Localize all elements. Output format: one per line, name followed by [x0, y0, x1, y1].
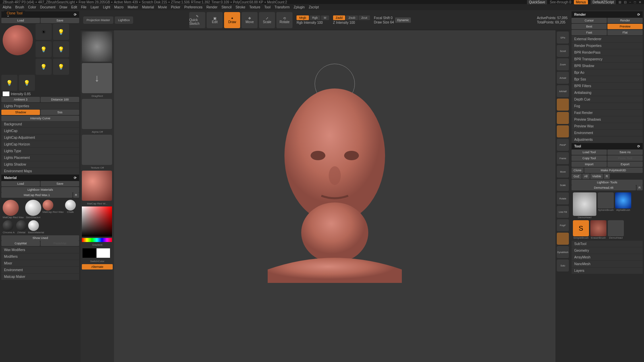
color-picker[interactable]: [82, 206, 112, 237]
flat-button[interactable]: Flat: [607, 30, 643, 35]
fog[interactable]: Fog: [572, 103, 643, 109]
material-load-button[interactable]: Load: [1, 181, 40, 186]
canvas[interactable]: [114, 30, 555, 362]
window-icon[interactable]: ⊟: [624, 0, 627, 4]
draw-button[interactable]: ✦Draw: [224, 12, 240, 28]
goz-button[interactable]: GoZ: [572, 174, 582, 179]
layout-button[interactable]: DefaultZScript: [591, 0, 616, 4]
swatch-black[interactable]: [83, 248, 96, 258]
copymat-button[interactable]: CopyMat: [1, 241, 40, 246]
render-panel-header[interactable]: Render⟳: [572, 11, 643, 18]
menu-macro[interactable]: Macro: [114, 5, 124, 9]
fast-button[interactable]: Fast: [572, 30, 607, 35]
bpr-shadow[interactable]: BPR Shadow: [572, 63, 643, 69]
env-maps-section[interactable]: Environment Maps: [1, 168, 79, 174]
adjustments[interactable]: Adjustments: [572, 136, 643, 143]
vp-move-button[interactable]: Move: [557, 166, 569, 178]
nanomesh-section[interactable]: NanoMesh: [572, 261, 643, 267]
matcap-maker[interactable]: Matcap Maker: [1, 274, 79, 280]
scale-button[interactable]: ⤢Scale: [259, 12, 275, 28]
brush-thumb[interactable]: [82, 32, 112, 62]
lights-type-section[interactable]: Lights Type: [1, 148, 79, 154]
seethrough-label[interactable]: See-through 0: [550, 0, 571, 4]
mat-basic[interactable]: [28, 220, 39, 231]
light-3[interactable]: 💡: [36, 59, 52, 75]
bpr-filters[interactable]: BPR Filters: [572, 83, 643, 89]
arraymesh-section[interactable]: ArrayMesh: [572, 254, 643, 260]
tool-demohead-2[interactable]: [608, 220, 624, 236]
rgb-chip[interactable]: Rgb: [310, 15, 321, 20]
close-icon[interactable]: ✕: [639, 0, 641, 4]
bpr-transparency[interactable]: BPR Transparency: [572, 56, 643, 62]
render-button[interactable]: Render: [607, 18, 643, 23]
mat-skinshade[interactable]: [25, 200, 41, 216]
environment[interactable]: Environment: [1, 267, 79, 273]
menu-layer[interactable]: Layer: [91, 5, 99, 9]
preview-shadows[interactable]: Preview Shadows: [572, 116, 643, 123]
alternate-button[interactable]: Alternate: [82, 264, 113, 269]
external-renderer[interactable]: External Renderer: [572, 36, 643, 42]
lightbox-materials[interactable]: Lightbox› Materials: [1, 187, 79, 192]
export-button[interactable]: Export: [607, 162, 643, 167]
stroke-thumb[interactable]: ↓: [82, 63, 112, 93]
menu-draw[interactable]: Draw: [59, 5, 67, 9]
refresh-icon[interactable]: ⟳: [637, 13, 640, 16]
dynamic-button[interactable]: Dynamic: [395, 17, 411, 23]
light-preview-sphere[interactable]: [3, 25, 33, 55]
save-as-button[interactable]: Save As: [607, 149, 643, 155]
linefill-button[interactable]: Line Fill: [557, 206, 569, 218]
antialiasing[interactable]: Antialiasing: [572, 89, 643, 96]
render-environment[interactable]: Environment: [572, 130, 643, 136]
dynamesh-button[interactable]: DynaMesh: [557, 246, 569, 258]
make-polymesh-button[interactable]: Make PolyMesh3D: [584, 168, 643, 173]
menu-zscript[interactable]: Zscript: [309, 5, 319, 9]
geometry-section[interactable]: Geometry: [572, 247, 643, 254]
menu-brush[interactable]: Brush: [15, 5, 24, 9]
mrgb-chip[interactable]: Mrgb: [297, 15, 309, 20]
light-save-button[interactable]: Save: [41, 18, 79, 23]
cursor-button[interactable]: Cursor: [572, 18, 607, 23]
tool-r[interactable]: R: [637, 185, 643, 190]
subtool-section[interactable]: SubTool: [572, 241, 643, 247]
tool-panel-header[interactable]: Tool⟳: [572, 143, 643, 149]
mat-red-wax-2[interactable]: [43, 200, 53, 210]
mat-zmetal[interactable]: [16, 220, 27, 231]
material-panel-header[interactable]: Material⟳: [1, 175, 79, 181]
menu-material[interactable]: Material: [142, 5, 154, 9]
light-2[interactable]: 💡: [36, 41, 52, 57]
focal-shift[interactable]: Focal Shift 0: [374, 16, 394, 20]
menu-zplugin[interactable]: Zplugin: [294, 5, 305, 9]
menu-alpha[interactable]: Alpha: [3, 5, 11, 9]
menu-preferences[interactable]: Preferences: [184, 5, 203, 9]
goz-visible-button[interactable]: Visible: [590, 174, 603, 179]
refresh-icon[interactable]: ⟳: [74, 13, 76, 16]
lightcap-horizon-section[interactable]: LightCap Horizon: [1, 141, 79, 147]
light-load-button[interactable]: Load: [1, 18, 40, 23]
load-tool-button[interactable]: Load Tool: [572, 149, 607, 155]
mat-red-wax[interactable]: [3, 200, 19, 216]
hue-strip[interactable]: [82, 238, 112, 242]
quicksave-button[interactable]: QuickSave: [527, 0, 547, 4]
preview-wax[interactable]: Preview Wax: [572, 123, 643, 129]
m-chip[interactable]: M: [321, 15, 329, 20]
bpr-sss[interactable]: Bpr Sss: [572, 76, 643, 82]
texture-thumb[interactable]: [82, 135, 112, 165]
light-4[interactable]: 💡: [53, 24, 69, 40]
solo-button[interactable]: Solo: [557, 259, 569, 272]
best-button[interactable]: Best: [572, 24, 607, 29]
menu-marker[interactable]: Marker: [127, 5, 138, 9]
menu-edit[interactable]: Edit: [71, 5, 77, 9]
sss-button[interactable]: Sss: [41, 110, 79, 115]
refresh-icon[interactable]: ⟳: [637, 144, 640, 148]
lights-shadow-section[interactable]: Lights Shadow: [1, 161, 79, 168]
vp-rotate-button[interactable]: Rotate: [557, 192, 569, 204]
modifiers[interactable]: Modifiers: [1, 253, 79, 260]
rgb-intensity[interactable]: Rgb Intensity 100: [297, 21, 329, 24]
menu-color[interactable]: Color: [28, 5, 36, 9]
goz-r-button[interactable]: R: [604, 174, 610, 179]
zoom-button[interactable]: Zoom: [557, 58, 569, 70]
z-intensity[interactable]: Z Intensity 100: [333, 21, 370, 24]
show-used[interactable]: Show Used: [1, 235, 79, 241]
material-r[interactable]: R: [73, 192, 79, 198]
vp-btn-5[interactable]: [557, 99, 569, 111]
